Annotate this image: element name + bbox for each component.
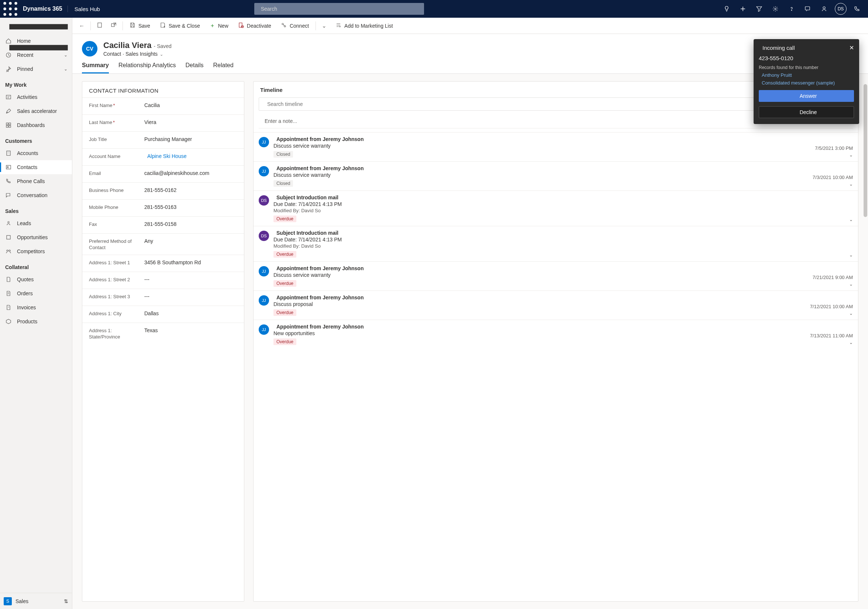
answer-button[interactable]: Answer xyxy=(759,90,854,102)
sidebar-item-label: Quotes xyxy=(17,276,34,282)
chevron-down-icon[interactable]: ⌄ xyxy=(160,52,163,56)
firstname-field[interactable]: Cacilia xyxy=(144,101,237,108)
sidebar-item-home[interactable]: Home xyxy=(0,34,72,48)
sidebar-item-conversation[interactable]: Conversation xyxy=(0,188,72,202)
cmd-label: New xyxy=(218,23,228,29)
sidebar-item-salesaccel[interactable]: Sales accelerator xyxy=(0,104,72,118)
sidebar-item-phonecalls[interactable]: Phone Calls xyxy=(0,174,72,188)
tab-relationship-analytics[interactable]: Relationship Analytics xyxy=(118,62,176,73)
phone-panel-icon[interactable] xyxy=(849,0,865,18)
popup-button[interactable] xyxy=(107,19,120,33)
timeline-item[interactable]: JJAppointment from Jeremy JohnsonDiscuss… xyxy=(254,290,858,320)
timeline-item[interactable]: DSSubject Introduction mailDue Date: 7/1… xyxy=(254,191,858,226)
chat-icon[interactable] xyxy=(800,0,815,18)
deactivate-button[interactable]: Deactivate xyxy=(234,19,276,33)
cmd-label: Save & Close xyxy=(169,23,200,29)
email-field[interactable]: cacilia@alpineskihouse.com xyxy=(144,169,237,176)
cmd-label: Save xyxy=(138,23,150,29)
activity-title: Appointment from Jeremy Johnson xyxy=(276,324,364,330)
city-field[interactable]: Dallas xyxy=(144,310,237,316)
user-avatar[interactable]: DS xyxy=(835,3,846,15)
sidebar-item-competitors[interactable]: Competitors xyxy=(0,244,72,258)
decline-button[interactable]: Decline xyxy=(759,106,854,118)
preferredcontact-field[interactable]: Any xyxy=(144,237,237,244)
timeline-item[interactable]: DSSubject Introduction mailDue Date: 7/1… xyxy=(254,226,858,261)
tab-details[interactable]: Details xyxy=(186,62,204,73)
sidebar-item-pinned[interactable]: Pinned ⌄ xyxy=(0,62,72,76)
svg-point-14 xyxy=(791,10,792,10)
new-button[interactable]: ＋New xyxy=(205,19,233,33)
close-icon[interactable]: ✕ xyxy=(849,44,854,51)
filter-icon[interactable] xyxy=(752,0,767,18)
cmd-label: Connect xyxy=(290,23,309,29)
fax-field[interactable]: 281-555-0158 xyxy=(144,220,237,227)
sidebar-item-opportunities[interactable]: Opportunities xyxy=(0,230,72,244)
caller-account-link[interactable]: Consolidated messenger (sample) xyxy=(759,80,854,86)
sidebar-item-label: Contacts xyxy=(17,164,37,170)
state-field[interactable]: Texas xyxy=(144,327,237,333)
sidebar-item-invoices[interactable]: Invoices xyxy=(0,301,72,315)
activity-timestamp: 7/3/2021 10:00 AM xyxy=(813,175,853,180)
global-search[interactable] xyxy=(254,3,424,15)
assistant-icon[interactable] xyxy=(816,0,832,18)
tab-summary[interactable]: Summary xyxy=(82,62,109,73)
street1-field[interactable]: 3456 B Southampton Rd xyxy=(144,259,237,265)
svg-rect-27 xyxy=(6,165,11,169)
scrollbar-thumb[interactable] xyxy=(863,84,867,217)
sidebar-item-orders[interactable]: Orders xyxy=(0,287,72,301)
caller-contact-link[interactable]: Anthony Pruitt xyxy=(759,72,854,78)
timeline-item[interactable]: JJAppointment from Jeremy JohnsonNew opp… xyxy=(254,320,858,349)
timeline-item[interactable]: JJAppointment from Jeremy JohnsonDiscuss… xyxy=(254,261,858,290)
chevron-down-icon[interactable]: ⌄ xyxy=(849,282,853,287)
chevron-down-icon[interactable]: ⌄ xyxy=(849,217,853,222)
sidebar-item-activities[interactable]: Activities xyxy=(0,90,72,104)
sidebar-item-contacts[interactable]: Contacts xyxy=(0,160,72,174)
activity-status-badge: Closed xyxy=(273,180,293,187)
connect-button[interactable]: Connect xyxy=(276,19,313,33)
open-record-set-button[interactable] xyxy=(93,19,106,33)
area-switcher[interactable]: S Sales ⇅ xyxy=(0,593,72,609)
street2-field[interactable]: --- xyxy=(144,276,237,282)
sidebar-toggle[interactable] xyxy=(0,19,72,34)
sidebar-item-products[interactable]: Products xyxy=(0,315,72,329)
activity-status-badge: Overdue xyxy=(273,309,296,316)
sidebar-item-dashboards[interactable]: Dashboards xyxy=(0,118,72,132)
activity-avatar: JJ xyxy=(259,266,269,276)
help-icon[interactable] xyxy=(784,0,799,18)
sidebar-item-accounts[interactable]: Accounts xyxy=(0,146,72,160)
back-button[interactable]: ← xyxy=(75,19,88,33)
sidebar-item-quotes[interactable]: Quotes xyxy=(0,273,72,287)
timeline-item[interactable]: JJAppointment from Jeremy JohnsonDiscuss… xyxy=(254,161,858,191)
accountname-field[interactable]: Alpine Ski House xyxy=(144,152,237,159)
sidebar-item-leads[interactable]: Leads xyxy=(0,216,72,230)
businessphone-field[interactable]: 281-555-0162 xyxy=(144,186,237,193)
global-search-input[interactable] xyxy=(261,6,420,12)
sidebar-item-recent[interactable]: Recent ⌄ xyxy=(0,48,72,62)
activity-status-badge: Closed xyxy=(273,151,293,158)
activity-avatar: JJ xyxy=(259,324,269,335)
chevron-down-icon[interactable]: ⌄ xyxy=(849,152,853,158)
add-icon[interactable] xyxy=(735,0,751,18)
lastname-field[interactable]: Viera xyxy=(144,118,237,125)
chevron-down-icon[interactable]: ⌄ xyxy=(849,253,853,258)
app-launcher-icon[interactable] xyxy=(3,0,18,18)
tab-related[interactable]: Related xyxy=(213,62,233,73)
chevron-down-icon[interactable]: ⌄ xyxy=(849,340,853,345)
save-close-button[interactable]: Save & Close xyxy=(155,19,205,33)
mobilephone-field[interactable]: 281-555-0163 xyxy=(144,203,237,210)
chevron-down-icon: ⌄ xyxy=(64,67,68,71)
add-marketing-button[interactable]: Add to Marketing List xyxy=(331,19,397,33)
note-placeholder: Enter a note... xyxy=(265,118,297,124)
connect-dropdown[interactable]: ⌄ xyxy=(318,19,330,33)
activity-meta: Modified By: David So xyxy=(273,243,845,249)
chevron-down-icon[interactable]: ⌄ xyxy=(849,311,853,316)
jobtitle-field[interactable]: Purchasing Manager xyxy=(144,135,237,142)
settings-icon[interactable] xyxy=(767,0,783,18)
chevron-down-icon[interactable]: ⌄ xyxy=(849,181,853,187)
save-button[interactable]: Save xyxy=(125,19,155,33)
clock-icon xyxy=(5,52,12,58)
lightbulb-icon[interactable] xyxy=(719,0,735,18)
timeline-item[interactable]: JJAppointment from Jeremy JohnsonDiscuss… xyxy=(254,132,858,161)
street3-field[interactable]: --- xyxy=(144,293,237,299)
record-name: Cacilia Viera xyxy=(103,40,151,50)
